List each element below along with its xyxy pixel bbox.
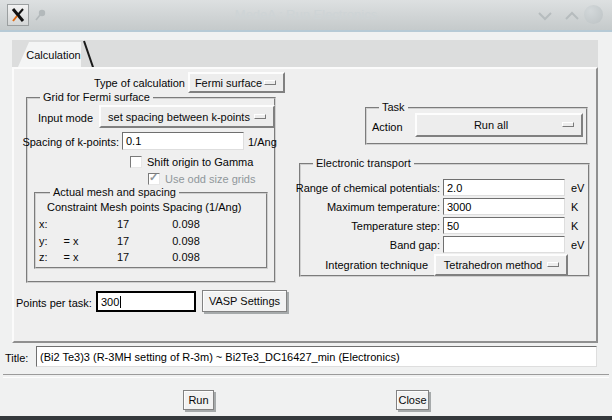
tab-calculation[interactable]: Calculation bbox=[18, 42, 81, 67]
chevron-down-icon bbox=[536, 9, 554, 22]
mesh-row-z: z: = x 17 0.098 bbox=[36, 251, 266, 266]
band-gap-label: Band gap: bbox=[390, 239, 440, 251]
input-mode-dropdown[interactable]: set spacing between k-points bbox=[99, 105, 275, 128]
grid-for-fermi-surface-group: Grid for Fermi surface Input mode set sp… bbox=[26, 97, 276, 283]
option-menu-indicator-icon bbox=[562, 122, 574, 127]
temperature-step-unit-label: K bbox=[571, 220, 578, 232]
option-menu-indicator-icon bbox=[547, 262, 559, 267]
shift-origin-to-gamma-checkbox[interactable] bbox=[130, 156, 142, 168]
shift-origin-to-gamma-label: Shift origin to Gamma bbox=[147, 156, 253, 168]
mesh-row-y: y: = x 17 0.098 bbox=[36, 235, 266, 250]
title-label: Title: bbox=[5, 352, 28, 364]
run-electronics-window: MedeA : Run Electronics Calculation Type… bbox=[0, 0, 612, 420]
points-per-task-label: Points per task: bbox=[16, 297, 92, 309]
titlebar: MedeA : Run Electronics bbox=[0, 0, 612, 30]
range-unit-label: eV bbox=[571, 182, 584, 194]
temperature-step-input[interactable]: 50 bbox=[443, 217, 565, 234]
band-gap-input[interactable] bbox=[443, 236, 565, 253]
vasp-settings-button[interactable]: VASP Settings bbox=[202, 290, 287, 312]
action-label: Action bbox=[372, 121, 403, 133]
spacing-of-k-points-input[interactable]: 0.1 bbox=[122, 132, 244, 150]
tab-calculation-label: Calculation bbox=[26, 49, 80, 61]
close-window-button[interactable] bbox=[584, 5, 603, 24]
spacing-of-k-points-label: Spacing of k-points: bbox=[22, 136, 119, 148]
minimize-button[interactable] bbox=[536, 9, 554, 22]
option-menu-indicator-icon bbox=[264, 80, 276, 85]
integration-technique-label: Integration technique bbox=[325, 259, 428, 271]
tab-strip bbox=[12, 40, 598, 67]
run-button[interactable]: Run bbox=[183, 390, 214, 410]
range-of-chemical-potentials-label: Range of chemical potentials: bbox=[296, 182, 440, 194]
integration-technique-dropdown[interactable]: Tetrahedron method bbox=[434, 254, 568, 276]
electronic-transport-group: Electronic transport Range of chemical p… bbox=[299, 163, 590, 277]
band-gap-unit-label: eV bbox=[571, 239, 584, 251]
task-group: Task Action Run all bbox=[365, 107, 588, 145]
option-menu-indicator-icon bbox=[254, 114, 266, 119]
close-button[interactable]: Close bbox=[396, 390, 429, 410]
maximum-temperature-label: Maximum temperature: bbox=[327, 201, 440, 213]
range-of-chemical-potentials-input[interactable]: 2.0 bbox=[443, 179, 565, 196]
maximum-temperature-unit-label: K bbox=[571, 201, 578, 213]
maximum-temperature-input[interactable]: 3000 bbox=[443, 198, 565, 215]
type-of-calculation-dropdown[interactable]: Fermi surface bbox=[188, 72, 285, 93]
type-of-calculation-label: Type of calculation bbox=[94, 77, 185, 89]
chevron-up-icon bbox=[563, 9, 581, 22]
window-title: MedeA : Run Electronics bbox=[0, 7, 612, 22]
actual-mesh-and-spacing-group: Actual mesh and spacing Constraint Mesh … bbox=[34, 192, 268, 269]
maximize-button[interactable] bbox=[563, 9, 581, 22]
mesh-table-header: Constraint Mesh points Spacing (1/Ang) bbox=[47, 201, 241, 213]
use-odd-size-grids-checkbox bbox=[148, 173, 160, 185]
grid-group-title: Grid for Fermi surface bbox=[40, 91, 153, 103]
use-odd-size-grids-label: Use odd size grids bbox=[165, 173, 256, 185]
footer-separator bbox=[3, 374, 609, 378]
task-group-title: Task bbox=[379, 101, 408, 113]
transport-group-title: Electronic transport bbox=[313, 157, 414, 169]
text-cursor bbox=[120, 296, 121, 308]
action-dropdown[interactable]: Run all bbox=[415, 113, 583, 137]
input-mode-label: Input mode bbox=[38, 112, 93, 124]
notebook: Calculation Type of calculation Fermi su… bbox=[12, 40, 598, 343]
spacing-unit-label: 1/Ang bbox=[248, 136, 277, 148]
calculation-panel: Type of calculation Fermi surface Grid f… bbox=[12, 67, 598, 343]
points-per-task-input[interactable]: 300 bbox=[96, 291, 196, 312]
mesh-row-x: x: 17 0.098 bbox=[36, 218, 266, 233]
temperature-step-label: Temperature step: bbox=[351, 220, 440, 232]
window-bottom-edge bbox=[0, 416, 612, 420]
title-input[interactable]: (Bi2 Te3)3 (R-3MH setting of R-3m) ~ Bi2… bbox=[36, 346, 597, 367]
titlebar-accent-line bbox=[0, 30, 612, 32]
mesh-group-title: Actual mesh and spacing bbox=[50, 186, 179, 198]
